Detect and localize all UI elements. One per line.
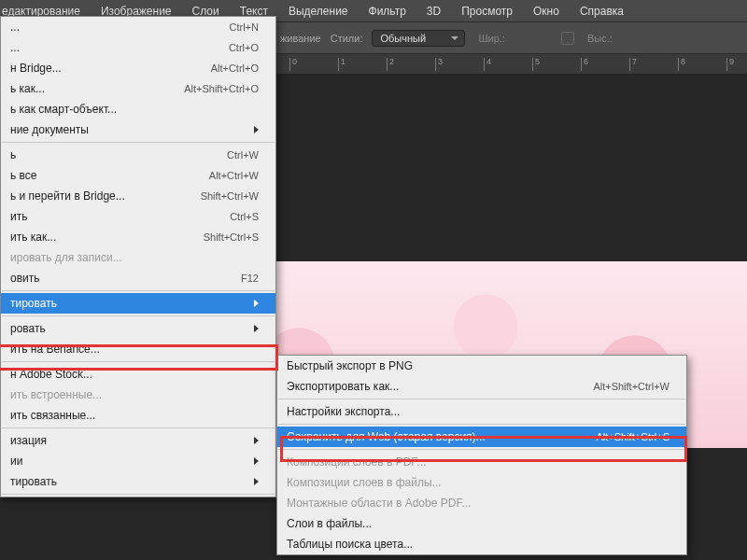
- export-menu-item-11[interactable]: Таблицы поиска цвета...: [277, 534, 686, 554]
- submenu-arrow-icon: [254, 325, 259, 332]
- file-menu-item-26[interactable]: тировать: [1, 471, 275, 492]
- menu-item-label: Композиции слоев в PDF...: [287, 455, 426, 469]
- menu-item-label: ь: [10, 148, 16, 161]
- export-menu-item-10[interactable]: Слои в файлы...: [277, 513, 686, 534]
- file-menu-item-7[interactable]: ьCtrl+W: [1, 145, 275, 165]
- file-menu-item-20[interactable]: н Adobe Stock...: [1, 364, 275, 385]
- file-menu-item-22[interactable]: ить связанные...: [1, 405, 275, 426]
- file-menu-item-export[interactable]: тировать: [1, 293, 275, 314]
- menu-separator: [2, 315, 275, 316]
- menu-item-label: ировать для записи...: [10, 251, 122, 264]
- menu-item-label: тировать: [10, 297, 57, 310]
- menu-item-label: ить связанные...: [10, 409, 95, 422]
- shortcut-label: Ctrl+N: [230, 21, 259, 33]
- menu-item-label: ...: [10, 21, 20, 34]
- export-menu-item-save-web[interactable]: Сохранить для Web (старая версия)...Alt+…: [277, 427, 686, 447]
- ruler-tick: 1: [338, 58, 345, 71]
- file-menu-item-24[interactable]: изация: [1, 430, 275, 451]
- menu-separator: [2, 142, 275, 143]
- ruler-tick: 5: [532, 58, 540, 71]
- menu-separator: [2, 427, 275, 428]
- shortcut-label: Alt+Shift+Ctrl+S: [596, 431, 669, 442]
- shortcut-label: Alt+Shift+Ctrl+W: [593, 381, 669, 392]
- menu-item-label: н Bridge...: [10, 62, 62, 75]
- menu-separator: [2, 361, 275, 362]
- ruler-tick: 4: [484, 58, 491, 71]
- submenu-arrow-icon: [254, 457, 259, 465]
- shortcut-label: Ctrl+W: [227, 149, 259, 161]
- file-menu-item-18[interactable]: ить на Behance...: [1, 339, 275, 359]
- file-menu-item-17[interactable]: ровать: [1, 318, 275, 339]
- menu-3d[interactable]: 3D: [416, 0, 451, 22]
- shortcut-label: Shift+Ctrl+S: [204, 231, 259, 243]
- menu-просмотр[interactable]: Просмотр: [451, 0, 523, 22]
- menu-item-label: ...: [10, 41, 20, 54]
- shortcut-label: Alt+Ctrl+W: [209, 170, 259, 181]
- menu-item-label: Быстрый экспорт в PNG: [287, 359, 413, 372]
- file-menu-item-5[interactable]: ние документы: [1, 119, 275, 140]
- export-menu-item-0[interactable]: Быстрый экспорт в PNG: [277, 356, 686, 376]
- ruler-tick: 8: [678, 58, 685, 71]
- style-select[interactable]: Обычный: [372, 30, 465, 47]
- menu-item-label: Монтажные области в Adobe PDF...: [287, 497, 471, 510]
- file-menu-item-11[interactable]: ить как...Shift+Ctrl+S: [1, 227, 275, 247]
- file-menu-item-13[interactable]: овитьF12: [1, 268, 275, 288]
- menu-фильтр[interactable]: Фильтр: [359, 0, 416, 22]
- submenu-arrow-icon: [254, 300, 259, 307]
- shortcut-label: F12: [241, 273, 259, 284]
- file-menu-item-4[interactable]: ь как смарт-объект...: [1, 99, 275, 119]
- menu-item-label: ь все: [10, 169, 37, 182]
- menu-item-label: овить: [10, 272, 40, 285]
- ruler-tick: 3: [435, 58, 443, 71]
- export-submenu: Быстрый экспорт в PNGЭкспортировать как.…: [276, 355, 687, 555]
- menu-окно[interactable]: Окно: [523, 0, 570, 22]
- menu-item-label: ить: [10, 210, 27, 223]
- export-menu-item-9: Монтажные области в Adobe PDF...: [277, 493, 686, 513]
- shortcut-label: Alt+Ctrl+O: [211, 63, 259, 74]
- menu-item-label: ние документы: [10, 123, 89, 136]
- menu-separator: [278, 424, 685, 425]
- file-menu: ...Ctrl+N...Ctrl+Oн Bridge...Alt+Ctrl+Oь…: [0, 16, 276, 497]
- menu-item-label: Таблицы поиска цвета...: [287, 538, 413, 551]
- menu-item-label: Сохранить для Web (старая версия)...: [287, 430, 486, 443]
- file-menu-item-8[interactable]: ь всеAlt+Ctrl+W: [1, 165, 275, 186]
- file-menu-item-0[interactable]: ...Ctrl+N: [1, 17, 275, 37]
- swap-icon[interactable]: [561, 32, 574, 45]
- menu-item-label: ить на Behance...: [10, 343, 100, 356]
- export-menu-item-3[interactable]: Настройки экспорта...: [277, 401, 686, 422]
- file-menu-item-2[interactable]: н Bridge...Alt+Ctrl+O: [1, 58, 275, 78]
- menu-separator: [2, 290, 275, 291]
- ruler-tick: 0: [289, 58, 297, 71]
- export-menu-item-1[interactable]: Экспортировать как...Alt+Shift+Ctrl+W: [277, 376, 686, 397]
- file-menu-item-10[interactable]: итьCtrl+S: [1, 206, 275, 227]
- submenu-arrow-icon: [254, 126, 259, 133]
- styles-label: Стили:: [331, 33, 363, 44]
- menu-item-label: ии: [10, 455, 22, 468]
- menu-item-label: Настройки экспорта...: [287, 405, 400, 418]
- submenu-arrow-icon: [254, 478, 259, 485]
- menu-item-label: Слои в файлы...: [287, 517, 372, 530]
- menu-справка[interactable]: Справка: [570, 0, 634, 22]
- ruler-tick: 6: [581, 58, 588, 71]
- file-menu-item-12: ировать для записи...: [1, 247, 275, 268]
- file-menu-item-3[interactable]: ь как...Alt+Shift+Ctrl+O: [1, 78, 275, 99]
- menu-item-label: ровать: [10, 322, 46, 335]
- menu-item-label: Композиции слоев в файлы...: [287, 476, 442, 489]
- ruler-tick: 2: [387, 58, 394, 71]
- menu-item-label: Экспортировать как...: [287, 380, 399, 393]
- menu-item-label: тировать: [10, 475, 57, 488]
- export-menu-item-8: Композиции слоев в файлы...: [277, 472, 686, 493]
- file-menu-item-9[interactable]: ь и перейти в Bridge...Shift+Ctrl+W: [1, 186, 275, 206]
- menu-item-label: изация: [10, 434, 47, 447]
- shortcut-label: Alt+Shift+Ctrl+O: [184, 83, 259, 94]
- menu-separator: [278, 399, 685, 399]
- menu-item-label: н Adobe Stock...: [10, 368, 92, 381]
- file-menu-item-21: ить встроенные...: [1, 385, 275, 405]
- menu-item-label: ить встроенные...: [10, 388, 102, 401]
- width-label: Шир.:: [474, 33, 504, 44]
- file-menu-item-25[interactable]: ии: [1, 451, 275, 471]
- menu-item-label: ь как смарт-объект...: [10, 103, 117, 116]
- submenu-arrow-icon: [254, 437, 259, 444]
- file-menu-item-1[interactable]: ...Ctrl+O: [1, 37, 275, 58]
- menu-выделение[interactable]: Выделение: [278, 0, 359, 22]
